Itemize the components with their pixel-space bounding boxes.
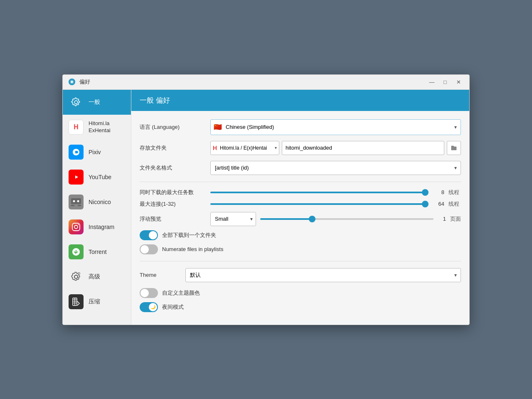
sidebar-item-instagram[interactable]: Instagram	[63, 214, 131, 239]
preview-slider[interactable]	[260, 218, 433, 220]
youtube-icon	[69, 170, 84, 185]
theme-label: Theme	[140, 272, 181, 278]
window-title: 偏好	[79, 78, 426, 86]
theme-row: Theme 默认 Light Dark ▾	[140, 268, 461, 282]
sidebar-label-instagram: Instagram	[89, 224, 114, 230]
theme-select[interactable]: 默认 Light Dark	[185, 268, 461, 282]
sidebar-item-hitomi[interactable]: H Hitomi.la ExHentai	[63, 115, 131, 140]
app-icon	[68, 78, 76, 86]
download-folder-toggle-row: 全部下载到一个文件夹	[140, 230, 461, 240]
sidebar-label-compress: 压缩	[89, 298, 100, 305]
folder-site-wrapper: H Hitomi.la / E(x)Hentai ▾	[210, 141, 279, 155]
max-conn-thumb[interactable]	[422, 201, 429, 207]
maximize-button[interactable]: □	[439, 77, 451, 86]
download-folder-label: 全部下载到一个文件夹	[162, 232, 216, 239]
max-tasks-label: 同时下载的最大任务数	[140, 189, 206, 196]
language-label: 语言 (Language)	[140, 123, 206, 131]
preview-label: 浮动预览	[140, 215, 206, 223]
max-tasks-unit: 线程	[448, 189, 461, 196]
max-tasks-thumb[interactable]	[422, 189, 429, 196]
gear-icon	[69, 95, 84, 110]
custom-theme-label: 自定义主题颜色	[162, 289, 200, 297]
download-folder-toggle[interactable]	[140, 230, 158, 240]
numerate-label: Numerate files in playlists	[162, 246, 223, 252]
hitomi-icon: H	[69, 120, 84, 135]
folder-format-row: 文件夹名格式 [artist] title (id) [artist] titl…	[140, 161, 461, 175]
sidebar-label-hitomi: Hitomi.la ExHentai	[89, 120, 111, 134]
folder-browse-button[interactable]	[447, 141, 461, 155]
theme-select-wrapper: 默认 Light Dark ▾	[185, 268, 461, 282]
niconico-icon	[69, 195, 84, 209]
folder-site-select[interactable]: Hitomi.la / E(x)Hentai	[210, 141, 279, 155]
window-controls: — □ ✕	[426, 77, 464, 86]
close-button[interactable]: ✕	[453, 77, 464, 86]
panel-header: 一般 偏好	[131, 90, 469, 111]
content-area: 一般 H Hitomi.la ExHentai Pixiv	[63, 90, 469, 325]
svg-point-12	[74, 225, 78, 229]
preview-size-wrapper: Small Medium Large ▾	[210, 212, 256, 226]
folder-name-input[interactable]	[282, 141, 444, 155]
language-select[interactable]: Chinese (Simplified) English Japanese Ko…	[210, 119, 461, 135]
folder-row: 存放文件夹 H Hitomi.la / E(x)Hentai ▾	[140, 141, 461, 155]
sidebar-label-niconico: Niconico	[89, 199, 111, 205]
preferences-window: 偏好 — □ ✕ 一般 H	[62, 74, 470, 325]
max-conn-unit: 线程	[448, 200, 461, 208]
sidebar-item-niconico[interactable]: Niconico	[63, 190, 131, 214]
max-conn-slider[interactable]	[210, 203, 428, 205]
divider-2	[140, 261, 461, 261]
svg-rect-6	[71, 198, 81, 204]
main-panel: 一般 偏好 语言 (Language) 🇨🇳 Chinese (Simplifi…	[131, 90, 469, 325]
numerate-toggle[interactable]	[140, 244, 158, 254]
max-conn-label: 最大连接(1-32)	[140, 200, 206, 208]
minimize-button[interactable]: —	[426, 77, 438, 86]
numerate-knob	[140, 245, 149, 254]
max-tasks-row: 同时下载的最大任务数 8 线程	[140, 189, 461, 196]
custom-theme-toggle[interactable]	[140, 288, 158, 298]
pixiv-icon	[69, 145, 84, 160]
sidebar-item-pixiv[interactable]: Pixiv	[63, 140, 131, 165]
sidebar-label-torrent: Torrent	[89, 249, 107, 255]
svg-point-13	[78, 224, 79, 225]
night-mode-toggle[interactable]: 🌙	[140, 302, 158, 312]
sidebar-item-torrent[interactable]: Torrent	[63, 239, 131, 264]
folder-controls: H Hitomi.la / E(x)Hentai ▾	[210, 141, 461, 155]
folder-format-wrapper: [artist] title (id) [artist] title title…	[210, 161, 461, 175]
sidebar: 一般 H Hitomi.la ExHentai Pixiv	[63, 90, 131, 325]
sidebar-item-general[interactable]: 一般	[63, 90, 131, 115]
svg-point-2	[71, 81, 73, 83]
max-conn-value: 64	[432, 201, 444, 207]
language-select-wrapper: 🇨🇳 Chinese (Simplified) English Japanese…	[210, 119, 461, 135]
svg-point-10	[77, 200, 79, 202]
sidebar-label-advanced: 高级	[89, 273, 100, 281]
folder-format-label: 文件夹名格式	[140, 164, 206, 172]
folder-icon	[451, 145, 457, 151]
sidebar-item-advanced[interactable]: 高级	[63, 264, 131, 289]
compress-icon	[69, 294, 84, 309]
download-folder-knob	[149, 231, 157, 239]
sidebar-item-youtube[interactable]: YouTube	[63, 165, 131, 190]
max-tasks-slider[interactable]	[210, 192, 428, 193]
preview-pages-unit: 页面	[450, 215, 461, 223]
folder-label: 存放文件夹	[140, 144, 206, 152]
folder-format-select[interactable]: [artist] title (id) [artist] title title…	[210, 161, 461, 175]
night-mode-knob: 🌙	[149, 303, 157, 311]
numerate-toggle-row: Numerate files in playlists	[140, 244, 461, 254]
advanced-icon	[69, 269, 84, 284]
sidebar-item-compress[interactable]: 压缩	[63, 289, 131, 314]
custom-theme-knob	[140, 289, 149, 297]
preview-slider-thumb[interactable]	[309, 216, 315, 222]
titlebar: 偏好 — □ ✕	[63, 75, 469, 90]
language-row: 语言 (Language) 🇨🇳 Chinese (Simplified) En…	[140, 119, 461, 135]
preview-size-select[interactable]: Small Medium Large	[210, 212, 256, 226]
max-conn-row: 最大连接(1-32) 64 线程	[140, 200, 461, 208]
sidebar-label-youtube: YouTube	[89, 174, 111, 180]
custom-theme-toggle-row: 自定义主题颜色	[140, 288, 461, 298]
svg-rect-7	[71, 205, 74, 206]
preview-row: 浮动预览 Small Medium Large ▾ 1 页面	[140, 212, 461, 226]
sidebar-label-pixiv: Pixiv	[89, 149, 101, 155]
sidebar-label-general: 一般	[89, 99, 100, 106]
panel-body: 语言 (Language) 🇨🇳 Chinese (Simplified) En…	[131, 111, 469, 325]
torrent-icon	[69, 244, 84, 259]
night-mode-label: 夜间模式	[162, 303, 184, 311]
night-mode-toggle-row: 🌙 夜间模式	[140, 302, 461, 312]
